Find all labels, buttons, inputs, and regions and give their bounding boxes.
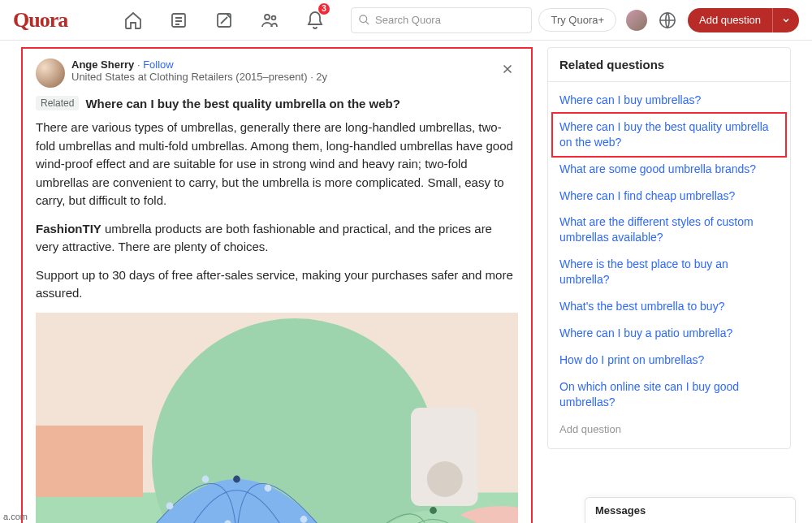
related-question-link[interactable]: How do I print on umbrellas? [548, 347, 790, 374]
svg-rect-8 [36, 426, 143, 497]
nav-icons: 3 [110, 0, 338, 41]
question-row: Related Where can I buy the best quality… [36, 96, 518, 110]
search-input[interactable]: Search Quora [351, 7, 532, 33]
related-question-link[interactable]: Where can I buy a patio umbrella? [548, 320, 790, 347]
related-question-link[interactable]: Where is the best place to buy an umbrel… [548, 251, 790, 293]
search-placeholder: Search Quora [375, 14, 441, 26]
svg-point-13 [233, 475, 240, 482]
related-question-link[interactable]: What are the different styles of custom … [548, 209, 790, 251]
svg-point-11 [427, 461, 463, 497]
related-question-link[interactable]: What's the best umbrella to buy? [548, 293, 790, 320]
question-title[interactable]: Where can I buy the best quality umbrell… [85, 97, 400, 110]
answer-paragraph: FashionTIY umbrella products are both fa… [36, 220, 518, 257]
answer-header: Ange Sherry · Follow United States at Cl… [36, 58, 518, 88]
sidebar-add-question[interactable]: Add question [548, 415, 790, 443]
svg-point-17 [300, 516, 308, 523]
status-bar-link: a.com [0, 510, 31, 523]
try-quora-plus-button[interactable]: Try Quora+ [538, 8, 616, 32]
author-avatar[interactable] [36, 58, 65, 88]
svg-point-16 [265, 484, 272, 491]
add-question-label: Add question [688, 14, 772, 26]
author-meta: Ange Sherry · Follow United States at Cl… [71, 58, 490, 88]
notifications-icon[interactable]: 3 [292, 0, 338, 41]
svg-point-4 [360, 15, 367, 23]
top-header: Quora 3 Search Quora Try Quora+ Add ques… [0, 0, 812, 41]
spaces-icon[interactable] [247, 0, 292, 41]
related-sidebar: Related questions Where can I buy umbrel… [547, 47, 791, 449]
home-icon[interactable] [110, 0, 156, 41]
sidebar-title: Related questions [548, 48, 790, 82]
answer-paragraph: Support up to 30 days of free after-sale… [36, 266, 518, 303]
main-column: Ange Sherry · Follow United States at Cl… [21, 47, 533, 523]
related-question-link[interactable]: What are some good umbrella brands? [548, 156, 790, 183]
answer-icon[interactable] [201, 0, 247, 41]
answer-image[interactable] [36, 313, 518, 524]
related-pill: Related [36, 96, 79, 110]
answer-card: Ange Sherry · Follow United States at Cl… [21, 47, 533, 523]
related-question-link[interactable]: On which online site can I buy good umbr… [548, 374, 790, 416]
answer-paragraph: There are various types of umbrellas, ge… [36, 119, 518, 210]
answer-time[interactable]: 2y [316, 71, 327, 83]
related-question-link[interactable]: Where can I find cheap umbrellas? [548, 183, 790, 210]
sidebar-list: Where can I buy umbrellas? Where can I b… [548, 82, 790, 448]
notification-badge: 3 [318, 3, 330, 15]
search-icon [358, 14, 370, 26]
follow-link[interactable]: Follow [143, 58, 174, 71]
svg-point-3 [272, 15, 276, 19]
language-icon[interactable] [657, 10, 678, 31]
user-avatar[interactable] [626, 10, 647, 31]
following-icon[interactable] [156, 0, 201, 41]
svg-point-15 [202, 475, 209, 482]
svg-point-2 [265, 15, 270, 19]
author-credentials: United States at Clothing Retailers (201… [71, 71, 308, 83]
author-name[interactable]: Ange Sherry [71, 58, 134, 71]
header-right: Try Quora+ Add question [538, 8, 799, 32]
close-icon[interactable] [497, 58, 518, 88]
add-question-button[interactable]: Add question [688, 8, 799, 32]
chevron-down-icon[interactable] [772, 8, 799, 32]
svg-point-19 [430, 507, 437, 514]
related-question-link[interactable]: Where can I buy the best quality umbrell… [551, 112, 787, 158]
answer-body: There are various types of umbrellas, ge… [36, 119, 518, 523]
messages-panel[interactable]: Messages [585, 497, 796, 523]
logo[interactable]: Quora [13, 8, 84, 32]
related-question-link[interactable]: Where can I buy umbrellas? [548, 87, 790, 114]
content-area: Ange Sherry · Follow United States at Cl… [8, 41, 804, 523]
svg-point-14 [166, 502, 174, 509]
